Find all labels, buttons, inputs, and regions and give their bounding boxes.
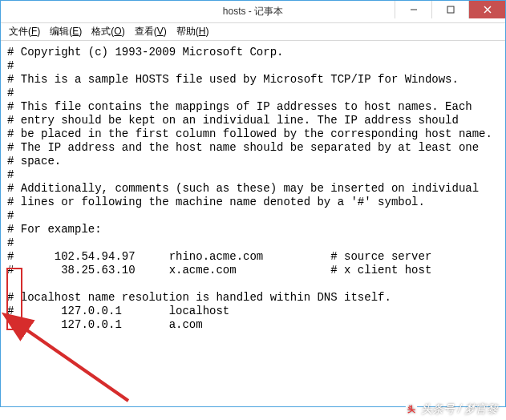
menu-view[interactable]: 查看(V) — [130, 23, 172, 40]
watermark-text: 头条号 / 梦官黎 — [421, 402, 498, 417]
watermark-logo-icon: 头 — [405, 403, 418, 416]
menubar: 文件(F) 编辑(E) 格式(O) 查看(V) 帮助(H) — [1, 23, 505, 41]
close-button[interactable] — [468, 1, 505, 18]
menu-help[interactable]: 帮助(H) — [172, 23, 214, 40]
titlebar[interactable]: hosts - 记事本 — [1, 1, 505, 23]
close-icon — [484, 6, 492, 14]
maximize-icon — [447, 6, 455, 14]
minimize-button[interactable] — [395, 1, 431, 18]
menu-file[interactable]: 文件(F) — [4, 23, 45, 40]
svg-rect-1 — [447, 6, 454, 13]
notepad-window: hosts - 记事本 文件(F) 编辑(E) 格式(O) 查看(V) 帮助(H… — [0, 0, 506, 407]
minimize-icon — [410, 6, 418, 14]
window-controls — [395, 1, 505, 18]
menu-edit[interactable]: 编辑(E) — [45, 23, 87, 40]
text-area[interactable]: # Copyright (c) 1993-2009 Microsoft Corp… — [1, 41, 505, 406]
maximize-button[interactable] — [431, 1, 468, 18]
watermark: 头 头条号 / 梦官黎 — [405, 402, 498, 417]
menu-format[interactable]: 格式(O) — [87, 23, 129, 40]
